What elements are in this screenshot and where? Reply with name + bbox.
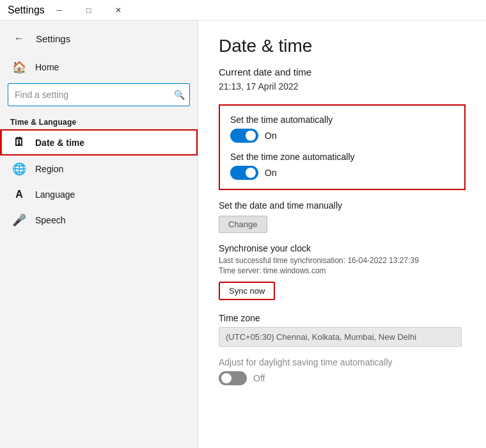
set-time-auto-row: Set the time automatically On — [230, 115, 454, 143]
sidebar-header: ← Settings — [0, 20, 198, 54]
set-timezone-auto-state: On — [265, 168, 277, 178]
close-button[interactable]: ✕ — [104, 0, 133, 20]
set-time-auto-state: On — [265, 131, 277, 141]
timezone-dropdown[interactable]: (UTC+05:30) Chennai, Kolkata, Mumbai, Ne… — [219, 327, 462, 347]
title-bar: Settings ─ □ ✕ — [0, 0, 486, 20]
sync-section: Synchronise your clock Last successful t… — [219, 243, 466, 300]
set-time-auto-toggle[interactable] — [230, 129, 258, 143]
set-time-auto-label: Set the time automatically — [230, 115, 454, 125]
sidebar-section-title: Time & Language — [0, 114, 198, 129]
current-datetime-heading: Current date and time — [219, 67, 466, 77]
daylight-label: Adjust for daylight saving time automati… — [219, 357, 466, 367]
sidebar-date-time-label: Date & time — [35, 138, 84, 148]
daylight-section: Adjust for daylight saving time automati… — [219, 357, 466, 385]
sync-now-button[interactable]: Sync now — [219, 282, 275, 300]
sidebar-item-speech[interactable]: 🎤 Speech — [0, 207, 198, 234]
daylight-toggle[interactable] — [219, 371, 247, 385]
sync-info-2: Time server: time.windows.com — [219, 266, 466, 275]
timezone-section: Time zone (UTC+05:30) Chennai, Kolkata, … — [219, 313, 466, 347]
sidebar-speech-label: Speech — [35, 215, 65, 225]
set-timezone-auto-toggle[interactable] — [230, 166, 258, 180]
sidebar-item-date-time[interactable]: 🗓 Date & time — [0, 129, 198, 156]
page-title: Date & time — [219, 36, 466, 56]
sidebar-region-label: Region — [35, 164, 63, 174]
set-timezone-auto-toggle-row: On — [230, 166, 454, 180]
set-timezone-auto-label: Set the time zone automatically — [230, 152, 454, 162]
speech-icon: 🎤 — [12, 213, 26, 227]
title-bar-title: Settings — [8, 4, 45, 16]
home-icon: 🏠 — [12, 60, 26, 74]
sync-info-1: Last successful time synchronisation: 16… — [219, 256, 466, 265]
sidebar-item-home[interactable]: 🏠 Home — [0, 54, 198, 81]
change-button[interactable]: Change — [219, 216, 267, 233]
sidebar-language-label: Language — [35, 189, 75, 200]
app-title: Settings — [36, 33, 70, 44]
sidebar-item-region[interactable]: 🌐 Region — [0, 156, 198, 182]
minimize-button[interactable]: ─ — [45, 0, 74, 20]
timezone-label: Time zone — [219, 313, 466, 323]
daylight-state: Off — [253, 373, 265, 383]
manual-section: Set the date and time manually Change — [219, 200, 466, 233]
set-time-auto-toggle-row: On — [230, 129, 454, 143]
set-timezone-auto-row: Set the time zone automatically On — [230, 152, 454, 180]
current-datetime: 21:13, 17 April 2022 — [219, 81, 466, 92]
search-box: 🔍 — [8, 83, 190, 106]
content-area: Date & time Current date and time 21:13,… — [198, 20, 486, 448]
app-container: ← Settings 🏠 Home 🔍 Time & Language 🗓 Da… — [0, 20, 486, 448]
language-icon: A — [12, 189, 26, 200]
date-time-icon: 🗓 — [12, 136, 26, 149]
daylight-toggle-row: Off — [219, 371, 466, 385]
region-icon: 🌐 — [12, 162, 26, 176]
sidebar-item-language[interactable]: A Language — [0, 182, 198, 207]
search-input[interactable] — [8, 83, 190, 106]
back-button[interactable]: ← — [10, 29, 28, 47]
auto-settings-block: Set the time automatically On Set the ti… — [219, 104, 466, 190]
maximize-button[interactable]: □ — [74, 0, 104, 20]
sidebar-home-label: Home — [35, 62, 59, 72]
sync-title: Synchronise your clock — [219, 243, 466, 253]
title-bar-controls: ─ □ ✕ — [45, 0, 133, 20]
sidebar: ← Settings 🏠 Home 🔍 Time & Language 🗓 Da… — [0, 20, 198, 448]
manual-label: Set the date and time manually — [219, 200, 466, 211]
